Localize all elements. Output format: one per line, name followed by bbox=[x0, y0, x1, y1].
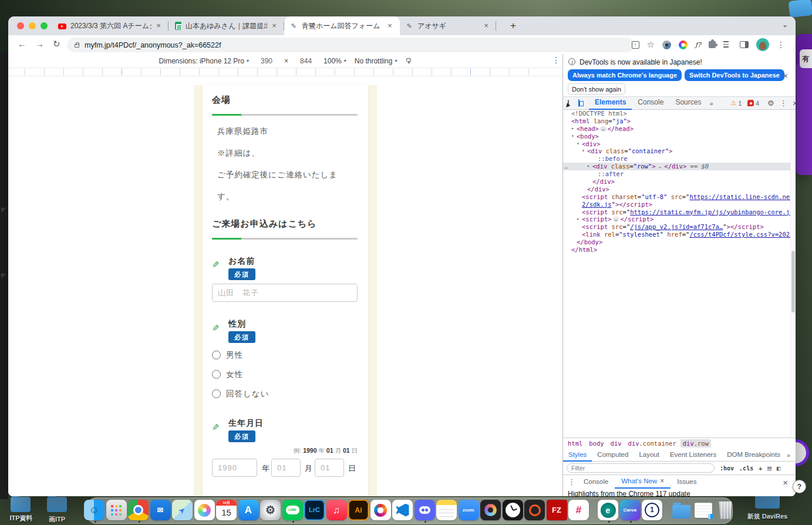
dock-discord[interactable] bbox=[415, 499, 435, 523]
share-icon[interactable]: ↑ bbox=[632, 41, 639, 49]
dock-finder[interactable]: ☺ bbox=[84, 499, 105, 523]
side-panel-icon[interactable] bbox=[740, 41, 749, 48]
devtools-dom-node[interactable]: ::after bbox=[563, 170, 796, 178]
drawer-close-icon[interactable]: × bbox=[783, 477, 788, 487]
devtools-tab-elements[interactable]: Elements bbox=[589, 96, 632, 110]
dock-davinci-resolve[interactable] bbox=[480, 499, 501, 523]
devtools-dom-node[interactable]: </div> bbox=[563, 178, 796, 186]
back-button[interactable]: ← bbox=[18, 39, 26, 49]
browser-tab[interactable]: 2023/3/3 第六回 Aチームグルコ× bbox=[53, 16, 169, 35]
tab-close-icon[interactable]: × bbox=[154, 21, 163, 31]
devtools-dom-node[interactable]: </div> bbox=[563, 186, 796, 193]
devtools-dom-node[interactable]: ▾<div> bbox=[563, 140, 796, 148]
dock-vscode[interactable] bbox=[392, 499, 413, 523]
dock-system-settings[interactable]: ⚙ bbox=[260, 499, 281, 523]
dock-canva[interactable]: Canva bbox=[620, 499, 641, 523]
window-close-button[interactable] bbox=[17, 22, 24, 29]
styles-tab[interactable]: Styles bbox=[563, 449, 592, 462]
help-button[interactable]: ? bbox=[793, 480, 806, 493]
forward-button[interactable]: → bbox=[35, 39, 44, 49]
styles-tab[interactable]: DOM Breakpoints bbox=[722, 449, 786, 462]
device-toolbar-menu-icon[interactable]: ⋮ bbox=[552, 55, 560, 65]
devtools-dom-node[interactable]: <script charset="utf-8" src="https://sta… bbox=[563, 193, 796, 201]
dock-app-store[interactable]: A bbox=[238, 499, 259, 523]
sidebar-toggle-icon[interactable]: ◧ bbox=[777, 465, 781, 472]
device-height-input[interactable] bbox=[297, 57, 315, 65]
issues-counter[interactable]: 4 bbox=[747, 100, 759, 107]
drawer-tab[interactable]: What's New× bbox=[615, 475, 671, 489]
window-zoom-button[interactable] bbox=[41, 22, 48, 29]
devtools-dom-node[interactable]: ▾<body> bbox=[563, 133, 796, 140]
font-extension-icon[interactable]: ƒ? bbox=[695, 41, 701, 49]
dock-downloads-folder[interactable] bbox=[671, 499, 692, 523]
dock-creative-cloud[interactable] bbox=[370, 499, 391, 523]
dock-eset[interactable]: e bbox=[598, 499, 618, 523]
dock-zoom[interactable]: zoom bbox=[459, 499, 479, 523]
styles-filter-input[interactable] bbox=[567, 463, 715, 473]
bookmark-star-icon[interactable]: ☆ bbox=[647, 39, 655, 50]
dock-cinema4d[interactable] bbox=[524, 499, 545, 523]
radio-icon[interactable] bbox=[212, 370, 221, 379]
address-bar[interactable]: myfm.jp/t4PDcf/_anonymous?_ak=66522f bbox=[67, 38, 634, 52]
drawer-menu-icon[interactable]: ⋮ bbox=[568, 477, 575, 486]
rendering-icon[interactable]: ▤ bbox=[767, 465, 771, 472]
dock-launchpad[interactable] bbox=[106, 499, 127, 523]
breadcrumb-item[interactable]: div.container bbox=[628, 440, 676, 447]
devtools-dom-node[interactable]: ▾<div class="container"> bbox=[563, 147, 796, 155]
desktop-folder-itp-shiryo[interactable] bbox=[11, 497, 31, 512]
dock-trash[interactable] bbox=[715, 499, 736, 523]
warnings-counter[interactable]: ⚠1 bbox=[731, 99, 742, 107]
desktop-folder-icon[interactable] bbox=[789, 0, 812, 18]
new-tab-button[interactable]: + bbox=[506, 19, 520, 33]
dont-show-again-button[interactable]: Don't show again bbox=[568, 83, 625, 95]
url-text[interactable]: myfm.jp/t4PDcf/_anonymous?_ak=66522f bbox=[85, 41, 221, 49]
rotate-device-icon[interactable]: ⟳ bbox=[404, 58, 413, 64]
breadcrumb-item[interactable]: div bbox=[611, 440, 622, 447]
styles-tool[interactable]: .cls bbox=[739, 465, 753, 472]
browser-menu-icon[interactable]: ⋮ bbox=[777, 40, 785, 49]
devtools-dom-node[interactable]: <script src="https://static.myfm.jp/js/y… bbox=[563, 208, 796, 216]
colorpicker-extension-icon[interactable] bbox=[679, 41, 688, 49]
devtools-menu-icon[interactable]: ⋮ bbox=[780, 99, 787, 107]
dock-filezilla[interactable]: FZ bbox=[547, 499, 567, 523]
more-tabs-icon[interactable]: » bbox=[709, 100, 713, 107]
gender-option[interactable]: 男性 bbox=[212, 345, 269, 365]
devtools-dom-node[interactable]: ▸<script>…</script> bbox=[563, 216, 796, 223]
breadcrumb-item[interactable]: html bbox=[568, 440, 582, 447]
dock-photos[interactable] bbox=[194, 499, 215, 523]
devtools-tab-sources[interactable]: Sources bbox=[669, 96, 707, 110]
scrollbar-thumb[interactable] bbox=[791, 251, 795, 312]
device-select[interactable]: Dimensions: iPhone 12 Pro▾ bbox=[159, 57, 249, 65]
more-styles-tabs-icon[interactable]: » bbox=[787, 452, 790, 459]
breadcrumb-item[interactable]: body bbox=[589, 440, 604, 447]
devtools-dom-node[interactable]: <link rel="stylesheet" href="/css/t4PDcf… bbox=[563, 231, 796, 238]
devtools-dom-node[interactable]: 2/sdk.js"></script> bbox=[563, 201, 796, 208]
styles-tool[interactable]: :hov bbox=[720, 465, 734, 472]
dock-clock[interactable] bbox=[503, 499, 523, 523]
adblock-extension-icon[interactable] bbox=[662, 41, 671, 49]
notification-close-icon[interactable]: × bbox=[783, 70, 788, 80]
dock-line[interactable]: LINE bbox=[282, 499, 303, 523]
tab-search-chevron-icon[interactable]: ⌄ bbox=[782, 21, 788, 29]
dock-calendar[interactable]: 10月15 bbox=[216, 499, 237, 523]
window-minimize-button[interactable] bbox=[29, 22, 36, 29]
tab-close-icon[interactable]: × bbox=[385, 21, 395, 31]
dock-lightroom-classic[interactable]: LrC bbox=[304, 499, 325, 523]
devtools-dom-node[interactable]: </html> bbox=[563, 246, 796, 254]
name-input[interactable] bbox=[212, 284, 358, 302]
desktop-folder-label[interactable]: ITP資料 bbox=[2, 514, 40, 523]
browser-tab[interactable]: ✎アオサギ× bbox=[400, 16, 496, 35]
dock-mail[interactable]: ✉ bbox=[150, 499, 171, 523]
devtools-dom-node[interactable]: <script src="/js/app_v2.js?id=af71c7a…">… bbox=[563, 223, 796, 231]
lock-icon[interactable] bbox=[75, 44, 79, 48]
device-toolbar-toggle-icon[interactable] bbox=[578, 99, 579, 107]
switch-japanese-button[interactable]: Switch DevTools to Japanese bbox=[685, 69, 784, 81]
dock-slack[interactable]: # bbox=[568, 499, 589, 523]
styles-tool[interactable]: + bbox=[759, 465, 762, 472]
radio-icon[interactable] bbox=[212, 351, 221, 359]
devtools-dom-node[interactable]: ::before bbox=[563, 155, 796, 163]
extensions-puzzle-icon[interactable] bbox=[709, 41, 716, 48]
dock-maps[interactable]: ➤ bbox=[172, 499, 193, 523]
reload-button[interactable]: ↻ bbox=[53, 39, 60, 49]
birth-day-input[interactable] bbox=[315, 459, 344, 477]
